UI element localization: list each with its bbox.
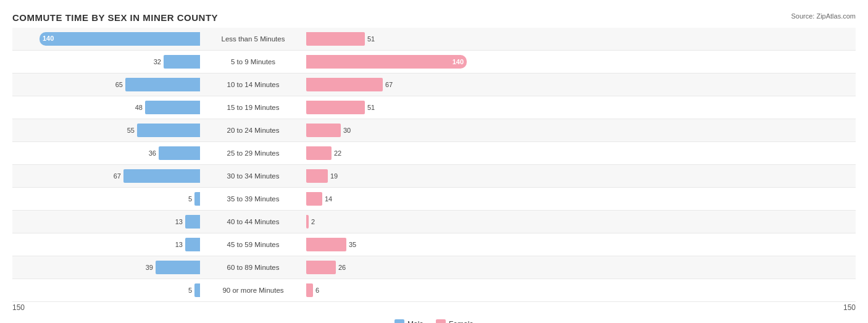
female-bar — [306, 101, 365, 114]
left-section: 67 — [12, 169, 204, 183]
chart-row: 140Less than 5 Minutes51 — [12, 28, 856, 51]
chart-row: 535 to 39 Minutes14 — [12, 188, 856, 211]
female-bar — [306, 124, 341, 137]
female-bar — [306, 238, 346, 251]
bottom-labels: 150 150 — [12, 302, 856, 314]
right-section: 35 — [303, 238, 494, 251]
left-section: 32 — [12, 55, 204, 69]
chart-title: COMMUTE TIME BY SEX IN MINER COUNTY — [12, 12, 856, 23]
female-bar — [306, 261, 336, 274]
male-value: 5 — [188, 195, 192, 203]
chart-row: 6730 to 34 Minutes19 — [12, 165, 856, 188]
chart-container: COMMUTE TIME BY SEX IN MINER COUNTY Sour… — [0, 6, 868, 323]
chart-row: 1340 to 44 Minutes2 — [12, 211, 856, 233]
right-section: 67 — [303, 78, 494, 91]
legend-female-box — [436, 319, 446, 323]
row-label: 5 to 9 Minutes — [204, 58, 303, 65]
row-label: Less than 5 Minutes — [204, 35, 303, 43]
right-section: 19 — [303, 169, 494, 183]
row-label: 35 to 39 Minutes — [204, 195, 303, 203]
male-value: 67 — [114, 172, 121, 180]
chart-row: 3960 to 89 Minutes26 — [12, 256, 856, 279]
female-bar — [306, 78, 383, 91]
left-section: 36 — [12, 146, 204, 160]
female-bar — [306, 169, 328, 183]
female-value: 14 — [325, 195, 332, 203]
left-section: 13 — [12, 238, 204, 251]
male-bar — [159, 146, 200, 160]
female-value: 30 — [343, 127, 351, 134]
legend: Male Female — [12, 319, 856, 323]
row-label: 20 to 24 Minutes — [204, 127, 303, 134]
right-section: 140 — [303, 55, 494, 69]
left-section: 5 — [12, 283, 204, 297]
male-bar — [194, 283, 200, 297]
male-value: 36 — [149, 149, 156, 157]
row-label: 90 or more Minutes — [204, 287, 303, 294]
legend-male-box — [394, 319, 404, 323]
chart-row: 5520 to 24 Minutes30 — [12, 119, 856, 142]
female-bar — [306, 146, 332, 160]
chart-row: 6510 to 14 Minutes67 — [12, 73, 856, 96]
right-section: 51 — [303, 32, 494, 46]
female-value: 51 — [367, 35, 375, 43]
male-bar — [156, 261, 200, 274]
female-value: 2 — [311, 218, 315, 225]
male-value: 32 — [154, 58, 161, 65]
row-label: 10 to 14 Minutes — [204, 81, 303, 88]
male-bar — [123, 169, 200, 183]
chart-row: 1345 to 59 Minutes35 — [12, 233, 856, 256]
male-bar — [137, 124, 200, 137]
row-label: 15 to 19 Minutes — [204, 104, 303, 111]
male-value: 5 — [188, 287, 192, 294]
left-section: 39 — [12, 261, 204, 274]
right-section: 14 — [303, 192, 494, 206]
male-value: 55 — [127, 127, 135, 134]
female-value: 19 — [330, 172, 338, 180]
right-section: 2 — [303, 215, 494, 229]
source-text: Source: ZipAtlas.com — [791, 12, 856, 20]
male-bar — [164, 55, 200, 69]
female-value: 22 — [334, 149, 341, 157]
legend-male: Male — [394, 319, 424, 323]
left-section: 48 — [12, 101, 204, 114]
row-label: 60 to 89 Minutes — [204, 264, 303, 271]
male-value: 48 — [135, 104, 143, 111]
male-value: 39 — [146, 264, 153, 271]
female-value: 51 — [367, 104, 375, 111]
chart-row: 3625 to 29 Minutes22 — [12, 142, 856, 165]
right-section: 30 — [303, 124, 494, 137]
female-bar — [306, 283, 313, 297]
female-value: 35 — [349, 241, 356, 248]
row-label: 25 to 29 Minutes — [204, 149, 303, 157]
female-bar — [306, 192, 322, 206]
left-section: 65 — [12, 78, 204, 91]
male-value: 13 — [175, 218, 183, 225]
bottom-right-label: 150 — [843, 303, 856, 312]
male-bar — [145, 101, 200, 114]
female-value: 6 — [315, 287, 319, 294]
female-bar — [306, 32, 365, 46]
chart-row: 590 or more Minutes6 — [12, 279, 856, 302]
row-label: 30 to 34 Minutes — [204, 172, 303, 180]
right-section: 6 — [303, 283, 494, 297]
male-bar — [185, 238, 200, 251]
legend-male-label: Male — [407, 320, 424, 323]
left-section: 55 — [12, 124, 204, 137]
male-bar — [185, 215, 200, 229]
chart-area: 140Less than 5 Minutes51325 to 9 Minutes… — [12, 28, 856, 302]
chart-row: 4815 to 19 Minutes51 — [12, 96, 856, 119]
right-section: 51 — [303, 101, 494, 114]
left-section: 13 — [12, 215, 204, 229]
legend-female-label: Female — [449, 320, 474, 323]
male-value: 65 — [115, 81, 123, 88]
male-value: 13 — [175, 241, 183, 248]
female-value: 26 — [338, 264, 346, 271]
legend-female: Female — [436, 319, 474, 323]
row-label: 45 to 59 Minutes — [204, 241, 303, 248]
male-bar: 140 — [40, 32, 200, 46]
left-section: 5 — [12, 192, 204, 206]
left-section: 140 — [12, 32, 204, 46]
right-section: 26 — [303, 261, 494, 274]
bottom-left-label: 150 — [12, 303, 25, 312]
